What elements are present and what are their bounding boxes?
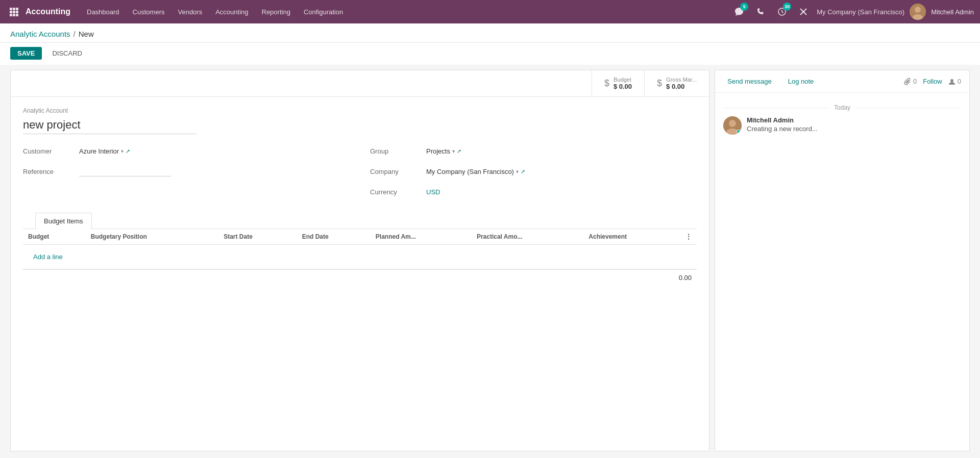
chatter-text: Creating a new record... bbox=[747, 125, 818, 133]
col-practical-amount: Practical Amo... bbox=[472, 229, 583, 245]
project-name-input[interactable] bbox=[23, 117, 197, 134]
online-status-dot bbox=[737, 130, 741, 134]
customer-select-text: Azure Interior bbox=[79, 147, 119, 155]
chatter-avatar bbox=[723, 116, 742, 135]
customer-select: Azure Interior ▾ ➚ bbox=[79, 147, 130, 155]
currency-label: Currency bbox=[370, 188, 426, 196]
form-section-label: Analytic Account bbox=[23, 107, 697, 114]
nav-vendors[interactable]: Vendors bbox=[172, 0, 208, 23]
currency-link[interactable]: USD bbox=[426, 188, 440, 196]
messaging-icon[interactable]: 5 bbox=[731, 4, 747, 20]
form-col-left: Customer Azure Interior ▾ ➚ Reference bbox=[23, 143, 350, 205]
save-button[interactable]: SAVE bbox=[10, 47, 42, 60]
chatter-date-separator: Today bbox=[723, 104, 961, 111]
group-row: Group Projects ▾ ➚ bbox=[370, 143, 697, 159]
group-dropdown-arrow[interactable]: ▾ bbox=[452, 148, 455, 154]
tabs-bar: Budget Items bbox=[23, 213, 697, 229]
svg-rect-2 bbox=[16, 8, 18, 10]
col-start-date: Start Date bbox=[218, 229, 297, 245]
company-name: My Company (San Francisco) bbox=[817, 8, 904, 16]
table-total: 0.00 bbox=[679, 274, 692, 282]
reference-value bbox=[79, 166, 350, 176]
add-line-button[interactable]: Add a line bbox=[28, 249, 68, 265]
group-select-text: Projects bbox=[426, 147, 450, 155]
budget-value: $ 0.00 bbox=[614, 83, 632, 90]
grid-icon[interactable] bbox=[6, 4, 21, 19]
svg-rect-6 bbox=[10, 14, 12, 16]
breadcrumb-separator: / bbox=[74, 30, 76, 38]
tab-budget-items[interactable]: Budget Items bbox=[35, 213, 92, 229]
col-end-date: End Date bbox=[297, 229, 371, 245]
followers-count: 0 bbox=[948, 78, 961, 85]
company-label: Company bbox=[370, 168, 426, 175]
table-footer: 0.00 bbox=[23, 269, 697, 286]
add-line-row: Add a line bbox=[23, 245, 697, 269]
username: Mitchell Admin bbox=[931, 8, 974, 16]
nav-reporting[interactable]: Reporting bbox=[256, 0, 297, 23]
company-dropdown-arrow[interactable]: ▾ bbox=[516, 169, 519, 174]
group-external-link-icon[interactable]: ➚ bbox=[457, 148, 461, 155]
messaging-badge: 5 bbox=[740, 3, 748, 11]
form-col-right: Group Projects ▾ ➚ Company bbox=[370, 143, 697, 205]
form-fields: Customer Azure Interior ▾ ➚ Reference bbox=[23, 143, 697, 205]
form-body: Analytic Account Customer Azure Interior… bbox=[11, 97, 709, 296]
customer-label: Customer bbox=[23, 147, 79, 155]
close-icon[interactable] bbox=[795, 4, 812, 20]
discard-button[interactable]: DISCARD bbox=[47, 47, 87, 60]
log-note-button[interactable]: Log note bbox=[784, 75, 818, 87]
topnav: Accounting Dashboard Customers Vendors A… bbox=[0, 0, 980, 23]
company-row: Company My Company (San Francisco) ▾ ➚ bbox=[370, 164, 697, 179]
form-toolbar: SAVE DISCARD bbox=[0, 43, 980, 65]
nav-accounting[interactable]: Accounting bbox=[209, 0, 254, 23]
topnav-menu: Dashboard Customers Vendors Accounting R… bbox=[81, 0, 731, 23]
svg-point-13 bbox=[915, 7, 921, 13]
user-avatar[interactable] bbox=[910, 4, 926, 20]
reference-row: Reference bbox=[23, 164, 350, 179]
breadcrumb-parent[interactable]: Analytic Accounts bbox=[10, 30, 70, 38]
company-external-link-icon[interactable]: ➚ bbox=[521, 168, 525, 175]
gross-margin-icon: $ bbox=[657, 78, 662, 89]
nav-dashboard[interactable]: Dashboard bbox=[81, 0, 126, 23]
col-budget: Budget bbox=[23, 229, 86, 245]
phone-icon[interactable] bbox=[752, 4, 769, 20]
svg-rect-0 bbox=[10, 8, 12, 10]
col-options: ⋮ bbox=[680, 229, 697, 245]
customer-value: Azure Interior ▾ ➚ bbox=[79, 147, 350, 155]
svg-rect-8 bbox=[16, 14, 18, 16]
nav-configuration[interactable]: Configuration bbox=[298, 0, 349, 23]
col-achievement: Achievement bbox=[583, 229, 680, 245]
budget-stat-btn[interactable]: $ Budget $ 0.00 bbox=[592, 70, 644, 96]
svg-point-15 bbox=[950, 79, 953, 82]
customer-row: Customer Azure Interior ▾ ➚ bbox=[23, 143, 350, 159]
send-message-button[interactable]: Send message bbox=[723, 75, 776, 87]
gross-margin-value: $ 0.00 bbox=[666, 83, 697, 90]
table-options-icon[interactable]: ⋮ bbox=[685, 233, 692, 240]
chatter-panel: Send message Log note 0 Follow 0 bbox=[715, 70, 970, 451]
currency-row: Currency USD bbox=[370, 184, 697, 199]
col-budgetary-position: Budgetary Position bbox=[86, 229, 218, 245]
main-layout: $ Budget $ 0.00 $ Gross Mar... $ 0.00 An… bbox=[0, 65, 980, 456]
company-value: My Company (San Francisco) ▾ ➚ bbox=[426, 168, 697, 175]
chatter-message: Mitchell Admin Creating a new record... bbox=[723, 116, 961, 135]
activity-icon[interactable]: 30 bbox=[774, 4, 790, 20]
chatter-msg-body: Mitchell Admin Creating a new record... bbox=[747, 116, 818, 135]
chatter-header: Send message Log note 0 Follow 0 bbox=[715, 70, 969, 93]
reference-input[interactable] bbox=[79, 166, 171, 176]
topnav-right: 5 30 My Company (San Francisco) bbox=[731, 4, 974, 20]
gross-margin-label: Gross Mar... bbox=[666, 77, 697, 83]
chatter-body: Today Mitchell Admin Creating a new reco… bbox=[715, 93, 969, 451]
app-brand: Accounting bbox=[26, 7, 70, 16]
svg-point-17 bbox=[729, 120, 736, 127]
customer-dropdown-arrow[interactable]: ▾ bbox=[121, 148, 124, 154]
nav-customers[interactable]: Customers bbox=[127, 0, 171, 23]
follow-button[interactable]: Follow bbox=[923, 78, 942, 85]
activity-badge: 30 bbox=[783, 3, 791, 11]
svg-rect-4 bbox=[13, 11, 15, 13]
budget-label: Budget bbox=[614, 77, 632, 83]
customer-external-link-icon[interactable]: ➚ bbox=[126, 148, 130, 155]
attachments-count: 0 bbox=[904, 78, 917, 85]
gross-margin-stat-btn[interactable]: $ Gross Mar... $ 0.00 bbox=[644, 70, 709, 96]
svg-rect-1 bbox=[13, 8, 15, 10]
form-panel: $ Budget $ 0.00 $ Gross Mar... $ 0.00 An… bbox=[10, 70, 709, 451]
chatter-author: Mitchell Admin bbox=[747, 116, 818, 124]
